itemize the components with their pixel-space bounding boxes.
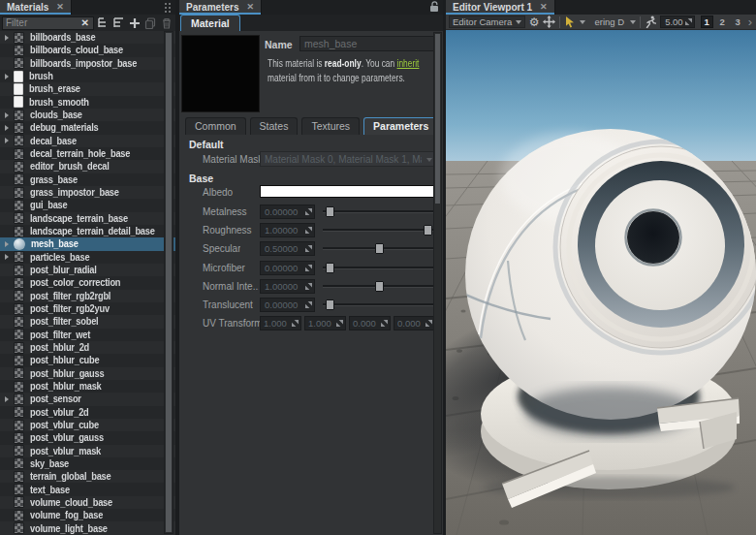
tab-parameters[interactable]: Parameters [363, 117, 438, 135]
slider-handle[interactable] [375, 281, 384, 292]
close-icon[interactable]: ✕ [56, 3, 64, 12]
run-speed-icon[interactable] [645, 16, 656, 29]
material-list-item[interactable]: debug_materials [0, 121, 175, 134]
viewport-preset-3[interactable]: 3 [732, 16, 744, 28]
material-list-item[interactable]: decal_terrain_hole_base [0, 147, 175, 160]
add-material-icon[interactable] [128, 16, 142, 30]
param-value-field[interactable]: 0.00000 [260, 261, 315, 275]
delete-material-icon[interactable] [160, 16, 173, 30]
filter-input[interactable] [3, 17, 78, 28]
uv-value-field[interactable]: 0.000 [349, 316, 391, 330]
settings-gear-icon[interactable]: ⚙ [529, 16, 540, 29]
expand-arrow-icon[interactable] [5, 395, 14, 403]
slider-handle[interactable] [326, 299, 334, 310]
material-list-item[interactable]: brush_smooth [0, 96, 175, 109]
expand-arrow-icon[interactable] [5, 73, 14, 80]
material-list-item[interactable]: terrain_global_base [0, 470, 175, 483]
material-list-item[interactable]: billboards_cloud_base [0, 44, 175, 56]
material-list-item[interactable]: volume_light_base [0, 521, 175, 534]
material-list-item[interactable]: post_hblur_cube [0, 354, 175, 366]
material-list-item[interactable]: text_base [0, 483, 175, 495]
material-list-item[interactable]: post_sensor [0, 393, 175, 405]
material-name-input[interactable] [299, 36, 435, 51]
rendering-debug-dropdown[interactable]: ering D [594, 16, 636, 28]
albedo-color-swatch[interactable] [260, 185, 435, 198]
material-list-item[interactable]: gui_base [0, 199, 175, 211]
close-icon[interactable]: ✕ [246, 3, 254, 12]
slider-handle[interactable] [424, 225, 432, 236]
material-list-item[interactable]: editor_brush_decal [0, 160, 175, 173]
material-list-item[interactable]: billboards_impostor_base [0, 57, 175, 70]
scrollbar-thumb[interactable] [435, 34, 440, 204]
material-list-item[interactable]: particles_base [0, 251, 175, 264]
viewport-preset-2[interactable]: 2 [716, 16, 729, 28]
material-list-item[interactable]: sky_base [0, 457, 175, 470]
param-slider[interactable] [323, 223, 435, 237]
param-value-field[interactable]: 1.00000 [260, 223, 315, 237]
expand-arrow-icon[interactable] [5, 34, 14, 42]
expand-arrow-icon[interactable] [5, 253, 14, 261]
uv-value-field[interactable]: 1.000 [304, 316, 346, 330]
tab-common[interactable]: Common [185, 117, 246, 135]
uv-value-field[interactable]: 1.000 [260, 316, 301, 330]
camera-select[interactable]: Editor Camera [449, 16, 525, 28]
slider-handle[interactable] [326, 263, 334, 273]
material-list-item[interactable]: post_filter_rgb2rgbl [0, 290, 175, 302]
material-list-item[interactable]: mesh_base [0, 237, 175, 250]
clear-filter-icon[interactable]: ✕ [78, 18, 93, 28]
inherit-link[interactable]: inherit [397, 58, 420, 69]
select-cursor-icon[interactable] [564, 16, 576, 29]
material-list-item[interactable]: post_vblur_2d [0, 406, 175, 419]
material-list-item[interactable]: post_vblur_cube [0, 419, 175, 431]
viewport-scene[interactable] [446, 30, 756, 535]
material-preview[interactable] [181, 35, 260, 112]
scrollbar-thumb[interactable] [166, 33, 172, 532]
tab-materials[interactable]: Materials ✕ [0, 0, 72, 15]
slider-handle[interactable] [326, 206, 334, 217]
material-list-item[interactable]: post_hblur_2d [0, 341, 175, 354]
param-slider[interactable] [323, 261, 435, 275]
material-list-item[interactable]: decal_base [0, 135, 175, 147]
materials-scrollbar[interactable] [164, 31, 173, 534]
material-list-item[interactable]: landscape_terrain_detail_base [0, 225, 175, 237]
expand-arrow-icon[interactable] [5, 137, 14, 144]
material-list-item[interactable]: post_filter_rgb2yuv [0, 302, 175, 315]
expand-hierarchy-icon[interactable] [111, 16, 125, 30]
material-list-item[interactable]: post_color_correction [0, 276, 175, 289]
close-icon[interactable]: ✕ [540, 3, 548, 12]
param-value-field[interactable]: 0.50000 [260, 241, 315, 256]
material-list-item[interactable]: billboards_base [0, 31, 175, 44]
material-list-item[interactable]: brush [0, 70, 175, 82]
material-list-item[interactable]: post_vblur_mask [0, 445, 175, 457]
expand-arrow-icon[interactable] [5, 124, 14, 132]
material-list-item[interactable]: grass_impostor_base [0, 186, 175, 199]
viewport-preset-1[interactable]: 1 [701, 16, 713, 28]
uv-value-field[interactable]: 0.000 [394, 316, 435, 330]
material-list-item[interactable]: landscape_terrain_base [0, 212, 175, 225]
collapse-hierarchy-icon[interactable] [96, 16, 110, 30]
material-list-item[interactable]: clouds_base [0, 109, 175, 121]
param-slider[interactable] [323, 279, 435, 294]
tab-editor-viewport-1[interactable]: Editor Viewport 1 ✕ [446, 0, 555, 15]
param-slider[interactable] [323, 241, 435, 256]
more-chevron-icon[interactable]: › [748, 16, 753, 28]
material-list-item[interactable]: post_blur_radial [0, 264, 175, 276]
tab-textures[interactable]: Textures [301, 117, 360, 135]
clone-material-icon[interactable] [143, 16, 157, 30]
material-list-item[interactable]: volume_cloud_base [0, 496, 175, 509]
material-list-item[interactable]: grass_base [0, 173, 175, 186]
material-list-item[interactable]: post_filter_wet [0, 329, 175, 341]
expand-arrow-icon[interactable] [5, 240, 14, 248]
slider-handle[interactable] [375, 243, 384, 254]
expand-arrow-icon[interactable] [5, 111, 14, 119]
param-slider[interactable] [323, 298, 435, 312]
pan-icon[interactable] [543, 16, 555, 29]
material-list-item[interactable]: post_vblur_gauss [0, 431, 175, 444]
cursor-mode-dropdown[interactable] [580, 16, 590, 28]
material-list-item[interactable]: post_hblur_gauss [0, 367, 175, 380]
param-value-field[interactable]: 0.00000 [260, 298, 315, 312]
subtab-material[interactable]: Material [180, 15, 240, 31]
material-list-item[interactable]: volume_fog_base [0, 509, 175, 521]
material-list-item[interactable]: post_hblur_mask [0, 380, 175, 393]
parameters-scrollbar[interactable] [433, 32, 442, 534]
